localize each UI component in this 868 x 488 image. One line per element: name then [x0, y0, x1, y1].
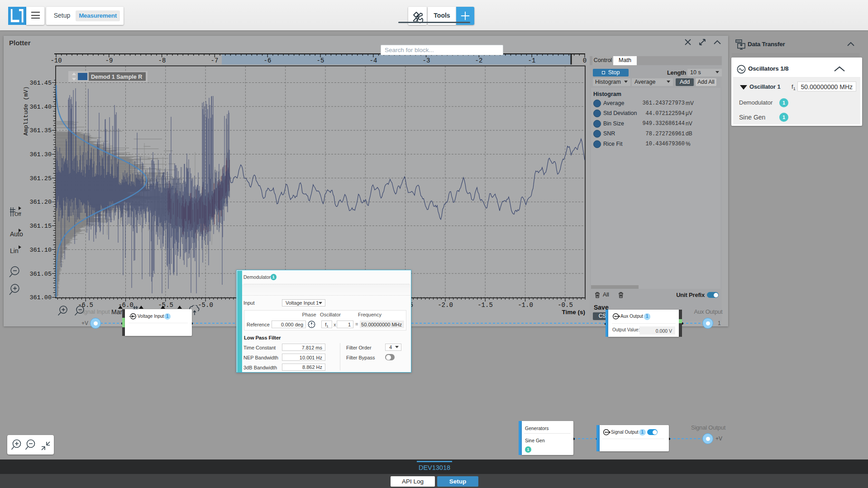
svg-text:361.05: 361.05 [29, 271, 52, 277]
svg-text:361.40: 361.40 [29, 104, 52, 110]
svg-text:Time (s): Time (s) [562, 309, 585, 316]
svg-text:361.30: 361.30 [29, 151, 52, 158]
svg-text:Demod 1 Sample R: Demod 1 Sample R [91, 74, 142, 80]
svg-text:-1.5: -1.5 [477, 301, 493, 309]
svg-text:-5: -5 [317, 57, 324, 64]
svg-text:Lin: Lin [10, 247, 19, 254]
svg-text:Amplitude (mV): Amplitude (mV) [23, 86, 29, 135]
svg-text:361.10: 361.10 [29, 247, 52, 254]
svg-text:-0.5: -0.5 [558, 301, 573, 309]
svg-text:0: 0 [583, 57, 587, 64]
svg-text:-1.0: -1.0 [518, 301, 533, 309]
svg-text:361.00: 361.00 [29, 294, 52, 301]
svg-text:361.25: 361.25 [29, 175, 52, 182]
svg-text:-8: -8 [158, 57, 166, 64]
svg-text:-4: -4 [370, 57, 377, 64]
svg-text:-10: -10 [50, 57, 62, 64]
svg-text:-7: -7 [211, 57, 219, 64]
svg-text:361.45: 361.45 [29, 80, 52, 86]
svg-text:361.20: 361.20 [29, 199, 52, 206]
svg-text:-6: -6 [264, 57, 272, 64]
svg-text:-1: -1 [528, 57, 536, 64]
svg-text:-9: -9 [105, 57, 113, 64]
svg-text:-3: -3 [423, 57, 430, 64]
svg-text:361.35: 361.35 [29, 127, 52, 134]
svg-text:361.15: 361.15 [29, 223, 52, 230]
svg-text:-2.0: -2.0 [438, 301, 453, 309]
svg-text:-2: -2 [475, 57, 483, 64]
